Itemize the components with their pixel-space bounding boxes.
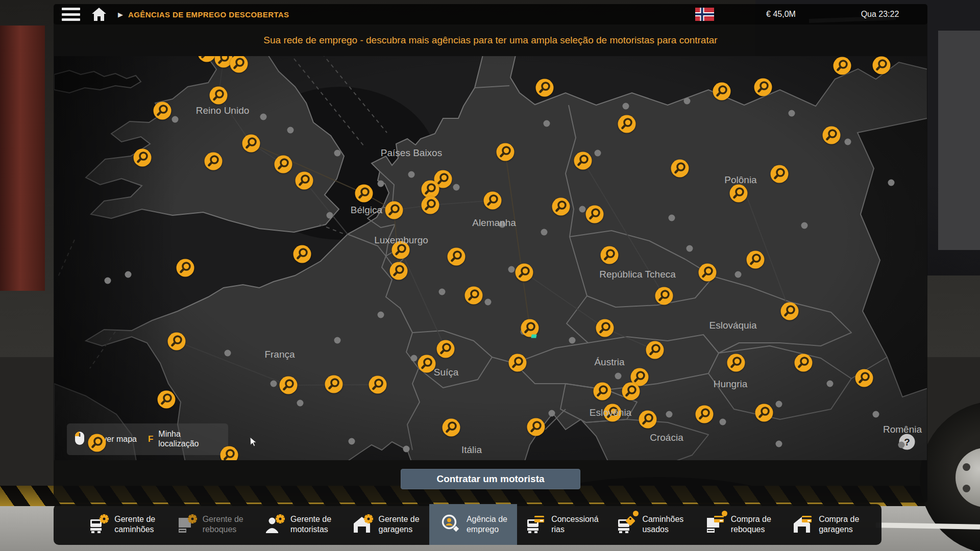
agency-marker[interactable] [596,319,614,337]
agency-marker[interactable] [497,143,514,161]
agency-marker[interactable] [795,354,813,372]
tab-dealerships[interactable]: Concessionárias [517,504,605,545]
agency-marker[interactable] [134,149,152,167]
agency-marker[interactable] [242,135,260,153]
agency-marker[interactable] [754,79,772,96]
agency-marker[interactable] [574,152,592,170]
agency-marker[interactable] [443,419,460,437]
country-label: Áustria [594,357,624,368]
agency-marker[interactable] [198,56,216,62]
magnifier-icon [747,251,765,269]
hq-mark [531,335,536,338]
tab-label: Concessionárias [551,514,599,534]
agency-marker[interactable] [536,79,554,97]
agency-marker[interactable] [280,377,298,394]
country-label: Itália [461,444,482,456]
magnifier-icon [158,391,176,409]
country-label: Luxemburgo [374,235,428,246]
agency-marker[interactable] [296,172,313,190]
agency-marker[interactable] [154,102,172,120]
city-dot [720,419,726,425]
agency-marker[interactable] [781,303,799,320]
home-icon[interactable] [91,7,107,21]
tab-trailer-purchase[interactable]: Compra dereboques [693,504,781,545]
city-dot [541,229,548,236]
agency-marker[interactable] [168,333,186,350]
magnifier-icon [293,245,311,263]
agency-marker[interactable] [696,406,714,423]
agency-marker[interactable] [586,206,604,223]
agency-marker[interactable] [747,251,765,269]
city-dot [595,150,601,157]
tab-employment-agency[interactable]: Agência deemprego [429,504,517,545]
garage-purchase-icon [791,513,814,536]
tab-garage-purchase[interactable]: Compra degaragens [781,504,869,545]
agency-marker[interactable] [230,56,248,73]
agency-marker[interactable] [594,383,611,400]
agency-marker[interactable] [385,202,403,219]
agency-marker[interactable] [177,259,194,277]
hire-driver-button[interactable]: Contratar um motorista [401,469,580,489]
tab-trailer-manager[interactable]: Gerente dereboques [165,504,253,545]
agency-marker[interactable] [205,153,223,170]
tab-driver-manager[interactable]: Gerente demotoristas [253,504,341,545]
agency-marker[interactable] [220,446,238,461]
agency-marker[interactable] [88,434,106,452]
agency-marker[interactable] [527,418,545,436]
agency-marker[interactable] [622,383,640,400]
agency-marker[interactable] [516,264,533,282]
page-subtitle: Sua rede de emprego - descubra mais agên… [263,35,717,46]
agency-marker[interactable] [755,404,773,422]
agency-marker[interactable] [834,57,851,75]
agency-marker[interactable] [158,391,176,409]
agency-marker[interactable] [727,354,745,372]
employment-map[interactable]: Mover mapa F Minha localização ? [54,56,927,460]
city-dot [453,184,460,191]
breadcrumb-chevron-icon: ▶ [118,11,123,18]
agency-marker[interactable] [418,355,436,373]
hire-strip: Contratar um motorista [54,460,927,498]
agency-marker[interactable] [618,115,636,133]
agency-marker[interactable] [855,369,873,387]
magnifier-icon [280,377,298,394]
agency-marker[interactable] [369,376,387,394]
agency-marker[interactable] [646,341,664,359]
tab-truck-manager[interactable]: Gerente decaminhões [77,504,165,545]
agency-marker[interactable] [484,192,502,210]
magnifier-icon [873,57,891,74]
country-label: Eslovênia [590,407,631,418]
agency-marker[interactable] [448,248,465,266]
magnifier-icon [198,56,216,62]
menu-icon[interactable] [62,8,80,21]
agency-marker[interactable] [355,185,373,203]
agency-marker[interactable] [422,196,439,214]
tab-used-trucks[interactable]: Caminhõesusados [605,504,693,545]
agency-marker[interactable] [552,198,570,216]
agency-marker[interactable] [509,354,527,372]
country-label: França [264,349,295,360]
agency-marker[interactable] [713,83,731,101]
agency-marker[interactable] [390,262,408,280]
agency-marker[interactable] [465,287,483,305]
tab-garage-manager[interactable]: Gerente degaragens [341,504,429,545]
magnifier-icon [369,376,387,394]
magnifier-icon [727,354,745,372]
agency-marker[interactable] [275,156,292,173]
magnifier-icon [771,165,789,183]
agency-marker[interactable] [325,375,343,393]
city-dot [666,411,673,418]
agency-marker[interactable] [730,185,748,203]
agency-marker[interactable] [873,57,891,74]
agency-marker[interactable] [699,264,717,282]
agency-marker[interactable] [823,127,841,144]
agency-marker[interactable] [771,165,789,183]
agency-marker[interactable] [422,181,439,198]
agency-marker[interactable] [210,87,228,105]
agency-marker[interactable] [639,411,657,429]
agency-marker[interactable] [293,245,311,263]
agency-marker[interactable] [437,340,455,358]
magnifier-icon [655,287,673,305]
agency-marker[interactable] [671,160,689,178]
agency-marker[interactable] [655,287,673,305]
agency-marker[interactable] [601,246,619,264]
